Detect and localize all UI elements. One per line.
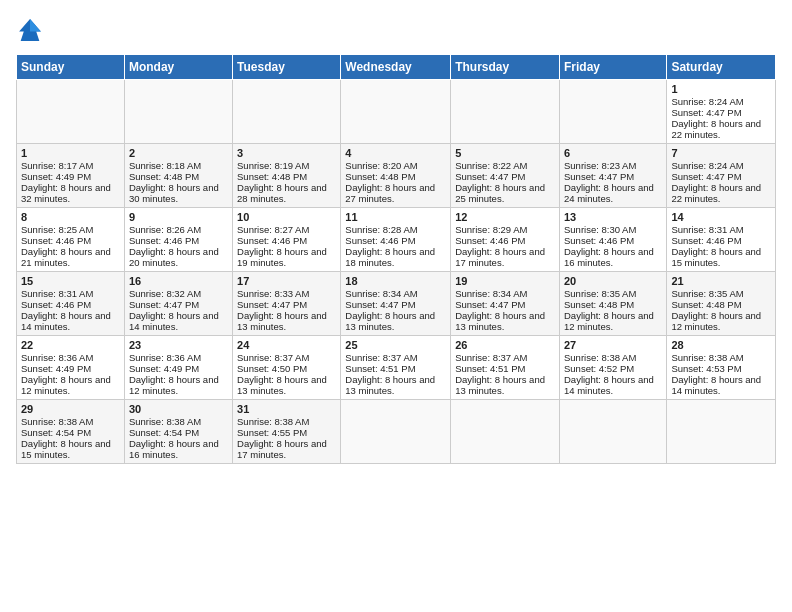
sunset-text: Sunset: 4:53 PM (671, 363, 741, 374)
day-header: Wednesday (341, 55, 451, 80)
day-header: Saturday (667, 55, 776, 80)
calendar-cell (341, 80, 451, 144)
calendar-cell: 9 Sunrise: 8:26 AM Sunset: 4:46 PM Dayli… (124, 208, 232, 272)
sunrise-text: Sunrise: 8:23 AM (564, 160, 636, 171)
sunset-text: Sunset: 4:46 PM (21, 235, 91, 246)
sunset-text: Sunset: 4:46 PM (671, 235, 741, 246)
daylight-text: Daylight: 8 hours and 20 minutes. (129, 246, 219, 268)
sunrise-text: Sunrise: 8:34 AM (345, 288, 417, 299)
daylight-text: Daylight: 8 hours and 17 minutes. (455, 246, 545, 268)
day-number: 15 (21, 275, 120, 287)
calendar-cell: 14 Sunrise: 8:31 AM Sunset: 4:46 PM Dayl… (667, 208, 776, 272)
day-number: 9 (129, 211, 228, 223)
day-number: 5 (455, 147, 555, 159)
calendar-cell: 8 Sunrise: 8:25 AM Sunset: 4:46 PM Dayli… (17, 208, 125, 272)
logo-icon (16, 16, 44, 44)
daylight-text: Daylight: 8 hours and 19 minutes. (237, 246, 327, 268)
sunset-text: Sunset: 4:52 PM (564, 363, 634, 374)
sunrise-text: Sunrise: 8:35 AM (564, 288, 636, 299)
day-number: 17 (237, 275, 336, 287)
day-number: 6 (564, 147, 662, 159)
day-number: 10 (237, 211, 336, 223)
daylight-text: Daylight: 8 hours and 13 minutes. (345, 374, 435, 396)
sunrise-text: Sunrise: 8:37 AM (455, 352, 527, 363)
calendar-cell: 4 Sunrise: 8:20 AM Sunset: 4:48 PM Dayli… (341, 144, 451, 208)
day-number: 25 (345, 339, 446, 351)
daylight-text: Daylight: 8 hours and 13 minutes. (345, 310, 435, 332)
daylight-text: Daylight: 8 hours and 12 minutes. (129, 374, 219, 396)
calendar-cell: 12 Sunrise: 8:29 AM Sunset: 4:46 PM Dayl… (451, 208, 560, 272)
sunset-text: Sunset: 4:48 PM (564, 299, 634, 310)
sunrise-text: Sunrise: 8:38 AM (129, 416, 201, 427)
calendar-cell (341, 400, 451, 464)
sunrise-text: Sunrise: 8:38 AM (671, 352, 743, 363)
daylight-text: Daylight: 8 hours and 14 minutes. (671, 374, 761, 396)
daylight-text: Daylight: 8 hours and 25 minutes. (455, 182, 545, 204)
sunrise-text: Sunrise: 8:26 AM (129, 224, 201, 235)
day-number: 28 (671, 339, 771, 351)
sunset-text: Sunset: 4:54 PM (21, 427, 91, 438)
sunrise-text: Sunrise: 8:24 AM (671, 160, 743, 171)
calendar-cell: 21 Sunrise: 8:35 AM Sunset: 4:48 PM Dayl… (667, 272, 776, 336)
daylight-text: Daylight: 8 hours and 22 minutes. (671, 182, 761, 204)
sunset-text: Sunset: 4:51 PM (345, 363, 415, 374)
sunset-text: Sunset: 4:51 PM (455, 363, 525, 374)
day-number: 16 (129, 275, 228, 287)
daylight-text: Daylight: 8 hours and 18 minutes. (345, 246, 435, 268)
calendar-cell: 25 Sunrise: 8:37 AM Sunset: 4:51 PM Dayl… (341, 336, 451, 400)
daylight-text: Daylight: 8 hours and 16 minutes. (129, 438, 219, 460)
daylight-text: Daylight: 8 hours and 15 minutes. (21, 438, 111, 460)
calendar-cell: 24 Sunrise: 8:37 AM Sunset: 4:50 PM Dayl… (233, 336, 341, 400)
day-number: 4 (345, 147, 446, 159)
sunset-text: Sunset: 4:48 PM (237, 171, 307, 182)
day-number: 7 (671, 147, 771, 159)
sunset-text: Sunset: 4:46 PM (345, 235, 415, 246)
calendar-cell: 5 Sunrise: 8:22 AM Sunset: 4:47 PM Dayli… (451, 144, 560, 208)
sunset-text: Sunset: 4:46 PM (21, 299, 91, 310)
sunrise-text: Sunrise: 8:18 AM (129, 160, 201, 171)
sunset-text: Sunset: 4:49 PM (129, 363, 199, 374)
calendar-cell (451, 400, 560, 464)
sunrise-text: Sunrise: 8:30 AM (564, 224, 636, 235)
day-number: 27 (564, 339, 662, 351)
calendar-cell: 2 Sunrise: 8:18 AM Sunset: 4:48 PM Dayli… (124, 144, 232, 208)
calendar-cell: 20 Sunrise: 8:35 AM Sunset: 4:48 PM Dayl… (559, 272, 666, 336)
sunrise-text: Sunrise: 8:37 AM (345, 352, 417, 363)
calendar-week: 1 Sunrise: 8:24 AM Sunset: 4:47 PM Dayli… (17, 80, 776, 144)
calendar-week: 8 Sunrise: 8:25 AM Sunset: 4:46 PM Dayli… (17, 208, 776, 272)
daylight-text: Daylight: 8 hours and 15 minutes. (671, 246, 761, 268)
sunrise-text: Sunrise: 8:35 AM (671, 288, 743, 299)
day-number: 24 (237, 339, 336, 351)
sunset-text: Sunset: 4:49 PM (21, 363, 91, 374)
day-number: 1 (21, 147, 120, 159)
sunset-text: Sunset: 4:46 PM (564, 235, 634, 246)
calendar-cell: 7 Sunrise: 8:24 AM Sunset: 4:47 PM Dayli… (667, 144, 776, 208)
daylight-text: Daylight: 8 hours and 12 minutes. (671, 310, 761, 332)
sunrise-text: Sunrise: 8:36 AM (21, 352, 93, 363)
sunrise-text: Sunrise: 8:24 AM (671, 96, 743, 107)
sunset-text: Sunset: 4:47 PM (671, 107, 741, 118)
calendar-week: 29 Sunrise: 8:38 AM Sunset: 4:54 PM Dayl… (17, 400, 776, 464)
daylight-text: Daylight: 8 hours and 13 minutes. (237, 374, 327, 396)
day-number: 1 (671, 83, 771, 95)
day-number: 8 (21, 211, 120, 223)
calendar-cell (559, 80, 666, 144)
daylight-text: Daylight: 8 hours and 14 minutes. (21, 310, 111, 332)
svg-marker-1 (30, 19, 41, 31)
daylight-text: Daylight: 8 hours and 16 minutes. (564, 246, 654, 268)
sunrise-text: Sunrise: 8:28 AM (345, 224, 417, 235)
calendar-cell: 27 Sunrise: 8:38 AM Sunset: 4:52 PM Dayl… (559, 336, 666, 400)
calendar-cell (451, 80, 560, 144)
daylight-text: Daylight: 8 hours and 13 minutes. (237, 310, 327, 332)
calendar-cell: 19 Sunrise: 8:34 AM Sunset: 4:47 PM Dayl… (451, 272, 560, 336)
sunrise-text: Sunrise: 8:25 AM (21, 224, 93, 235)
day-number: 12 (455, 211, 555, 223)
calendar-cell: 10 Sunrise: 8:27 AM Sunset: 4:46 PM Dayl… (233, 208, 341, 272)
sunset-text: Sunset: 4:47 PM (345, 299, 415, 310)
calendar-cell (17, 80, 125, 144)
calendar-cell (233, 80, 341, 144)
sunset-text: Sunset: 4:48 PM (671, 299, 741, 310)
sunrise-text: Sunrise: 8:31 AM (21, 288, 93, 299)
header (16, 16, 776, 44)
sunset-text: Sunset: 4:47 PM (671, 171, 741, 182)
